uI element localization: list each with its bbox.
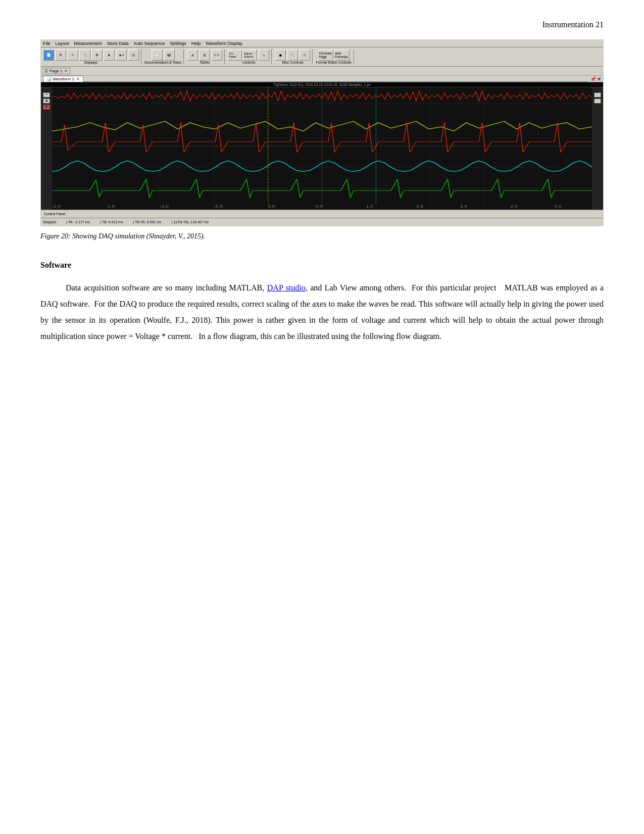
btn-signal-source[interactable]: Signal Source [243,50,257,61]
format-label: Format Editor Controls [316,61,351,64]
menu-measurement[interactable]: Measurement [74,41,102,46]
displays-label: Displays [84,61,97,64]
svg-text:1.5: 1.5 [416,204,423,208]
btn-scalar-b[interactable]: B [199,50,210,61]
btn-recording-log[interactable]: ⏺ [275,50,286,61]
figure-caption: Figure 20: Showing DAQ simulation (Shnay… [40,232,604,240]
page-icon: 🗋 [44,69,48,73]
toolbar-misc: ⏺ 🔧 ⚠ Misc Controls [275,50,313,64]
dap-studio-link[interactable]: DAP studio [267,283,306,292]
menu-help[interactable]: Help [191,41,201,46]
page-tab-area: 🗋 Page 1 ✕ [41,67,603,76]
daq-menubar: File Layout Measurement Store Data Auto … [41,40,603,47]
btn-scalar-a[interactable]: A [187,50,198,61]
right-controls: + - [592,82,603,210]
btn-xy[interactable]: ⊕ [91,50,103,61]
waveform-tab-row: 📊 Waveform 1 ✕ 📌 ✕ [41,76,603,82]
svg-text:0.0: 0.0 [268,204,275,208]
software-section: Software Data acquisition software are s… [40,261,604,345]
daq-ui: File Layout Measurement Store Data Auto … [41,40,603,226]
ctrl-btn-2[interactable]: ▣ [43,99,50,104]
btn-harmonics[interactable]: ∿∿ [211,50,222,61]
waveform-close-btn[interactable]: ✕ [597,76,601,82]
menu-file[interactable]: File [43,41,51,46]
daq-toolbar: 📄 ≋ ∿ 🔍 ⊕ ▼ ▼+ ◎ Displays 📋 [41,47,603,67]
toolbar-format: Formula Page Add Formula Format Editor C… [316,50,354,64]
btn-markerplus[interactable]: ▼+ [116,50,127,61]
waveform-svg: -2.0 -1.5 -1.0 -0.5 0.0 0.5 1.0 1.5 2.0 … [52,82,592,210]
svg-text:1.0: 1.0 [366,204,373,208]
waveform1-tab[interactable]: Waveform 1 [53,77,74,81]
btn-scope[interactable]: ◎ [128,50,139,61]
toolbar-docvideo: 📋 📹 Documentation & Video [144,50,184,64]
menu-settings[interactable]: Settings [170,41,186,46]
waveform-display: TtyDemo: A1(0 A1), 2016.03.22 10:01:42, … [41,82,603,210]
status-ta: | TA: -2.177 ms [66,220,90,224]
docvideo-label: Documentation & Video [144,61,181,64]
toolbar-tables: A B ∿∿ Tables [187,50,225,64]
status-bar: Stopped | TA: -2.177 ms | TB: 6.413 ms |… [41,218,603,226]
status-freq: | 1/(TB-TA): 116.407 Hz [171,220,209,224]
body-paragraph: Data acquisition software are so many in… [40,280,604,345]
btn-page[interactable]: 📄 [43,50,54,61]
section-heading: Software [40,261,604,270]
btn-video[interactable]: 📹 [164,50,175,61]
waveform-icon: 📊 [46,77,52,81]
svg-text:-2.0: -2.0 [52,204,61,208]
controls-label: Controls [242,61,255,64]
menu-auto-sequence[interactable]: Auto Sequence [134,41,165,46]
btn-fft[interactable]: ∿ [67,50,78,61]
figure-container: File Layout Measurement Store Data Auto … [40,39,604,226]
svg-text:3.0: 3.0 [554,204,561,208]
right-ctrl-2[interactable]: - [594,99,601,104]
toolbar-controls: Ctrl Panel Signal Source ≈ Controls [228,50,272,64]
btn-attributes[interactable]: 🔧 [287,50,298,61]
btn-documentation[interactable]: 📋 [152,50,163,61]
menu-waveform-display[interactable]: Waveform Display [206,41,242,46]
svg-text:2.0: 2.0 [460,204,467,208]
svg-text:-1.5: -1.5 [106,204,115,208]
btn-error-log[interactable]: ⚠ [299,50,310,61]
toolbar-displays: 📄 ≋ ∿ 🔍 ⊕ ▼ ▼+ ◎ Displays [43,50,141,64]
svg-text:-0.5: -0.5 [214,204,223,208]
waveform1-close[interactable]: ✕ [76,77,80,81]
control-panel-bar: Control Panel [41,210,603,218]
btn-control-panel[interactable]: Ctrl Panel [228,50,242,61]
menu-store-data[interactable]: Store Data [107,41,129,46]
btn-marker[interactable]: ▼ [104,50,115,61]
misc-label: Misc Controls [282,61,303,64]
svg-text:Time [ms]: Time [ms] [292,209,314,210]
btn-add-formula[interactable]: Add Formula [334,50,350,61]
btn-1y[interactable]: ≋ [55,50,66,61]
left-controls: ● ▣ ■ [41,82,52,210]
waveform-status-info: TtyDemo: A1(0 A1), 2016.03.22 10:01:42, … [41,82,603,87]
btn-formula-page[interactable]: Formula Page [318,50,333,61]
status-tb-ta: | TB-TA: 9.591 ms [133,220,161,224]
right-ctrl-1[interactable]: + [594,92,601,97]
btn-zoom[interactable]: 🔍 [79,50,90,61]
status-stopped: Stopped [43,220,56,224]
svg-text:2.5: 2.5 [510,204,517,208]
btn-averaging[interactable]: ≈ [258,50,269,61]
status-tb: | TB: 6.413 ms [100,220,123,224]
svg-text:0.5: 0.5 [316,204,323,208]
control-panel-label: Control Panel [44,212,65,216]
page-header: Instrumentation 21 [40,20,604,29]
menu-layout[interactable]: Layout [56,41,69,46]
page1-tab[interactable]: Page 1 [49,69,62,73]
page-title: Instrumentation 21 [542,20,604,29]
tables-label: Tables [200,61,210,64]
svg-text:-1.0: -1.0 [160,204,169,208]
waveform-pin[interactable]: 📌 [590,76,596,82]
ctrl-btn-1[interactable]: ● [43,92,50,97]
page1-close[interactable]: ✕ [64,69,68,73]
ctrl-indicator: ■ [43,105,50,110]
